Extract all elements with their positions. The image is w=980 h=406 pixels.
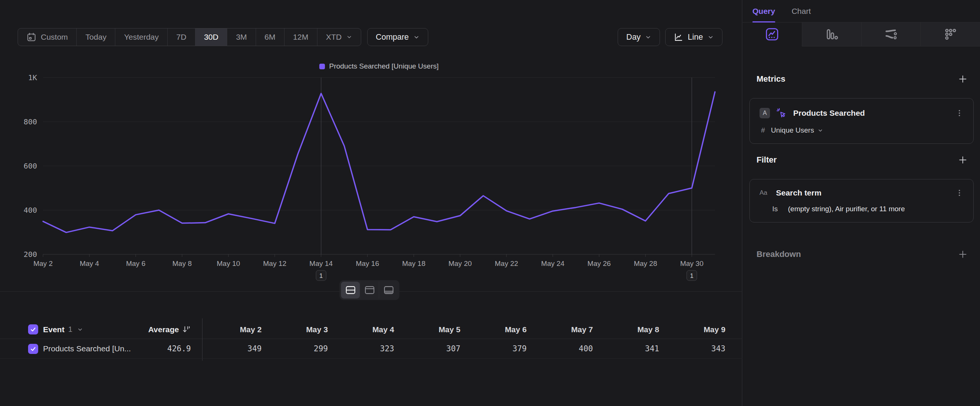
flows-report-tab[interactable] <box>861 22 921 46</box>
chart-controls: Day Line <box>618 28 722 46</box>
date-range-xtd[interactable]: XTD <box>317 29 361 46</box>
filter-card[interactable]: Aa Search term Is (empty string), Air pu… <box>749 179 974 223</box>
flows-icon <box>884 27 898 41</box>
line-chart-icon <box>674 33 683 42</box>
layout-toggle-group <box>339 280 399 300</box>
breakdown-heading: Breakdown <box>757 250 801 259</box>
chart-only-toggle[interactable] <box>360 282 379 299</box>
metrics-heading: Metrics <box>757 74 785 84</box>
line-chart[interactable]: 1K80060040020011May 2May 4May 6May 8May … <box>0 49 742 287</box>
date-range-7d[interactable]: 7D <box>167 29 195 46</box>
retention-report-tab[interactable] <box>921 22 980 46</box>
check-icon <box>30 346 36 352</box>
date-value-cell: 349 <box>212 344 278 353</box>
kebab-menu-icon <box>955 189 964 197</box>
filter-property-name[interactable]: Search term <box>776 188 821 197</box>
series-line[interactable] <box>43 92 715 232</box>
date-column-header[interactable]: May 8 <box>610 325 676 334</box>
table-row[interactable]: Products Searched [Un... 426.9 349299323… <box>0 339 742 359</box>
date-column-header[interactable]: May 5 <box>411 325 477 334</box>
y-axis-label: 400 <box>24 205 37 215</box>
date-value-cells: 349299323307379400341343 <box>212 344 742 353</box>
metric-menu-button[interactable] <box>955 109 964 117</box>
x-axis-label: May 8 <box>173 260 192 267</box>
date-value-cell: 341 <box>610 344 676 353</box>
funnels-report-tab[interactable] <box>802 22 861 46</box>
date-value-cell: 299 <box>278 344 345 353</box>
y-axis-label: 1K <box>28 73 37 82</box>
filter-section: Filter Aa Search term Is (empty string),… <box>743 155 980 223</box>
date-column-header[interactable]: May 3 <box>278 325 345 334</box>
annotation-badge-label: 1 <box>690 272 693 279</box>
tab-chart[interactable]: Chart <box>792 0 811 22</box>
date-column-header[interactable]: May 6 <box>477 325 544 334</box>
x-axis-label: May 4 <box>80 260 99 267</box>
query-panel: Query Chart Metrics A Products Searche <box>743 0 980 406</box>
metric-card[interactable]: A Products Searched # Unique Users <box>749 98 974 144</box>
series-name: Products Searched [Un... <box>43 344 131 353</box>
string-type-icon: Aa <box>759 189 770 197</box>
filter-menu-button[interactable] <box>955 189 964 197</box>
table-only-toggle[interactable] <box>379 282 398 299</box>
filter-value[interactable]: (empty string), Air purifier, or 11 more <box>788 205 905 213</box>
filter-heading: Filter <box>757 155 777 165</box>
compare-label: Compare <box>376 33 409 42</box>
compare-button[interactable]: Compare <box>367 28 428 46</box>
date-column-header[interactable]: May 2 <box>212 325 278 334</box>
filter-operator[interactable]: Is <box>772 205 782 213</box>
x-axis-label: May 14 <box>310 260 333 267</box>
date-range-custom[interactable]: Custom <box>18 29 76 46</box>
x-axis-label: May 28 <box>634 260 657 267</box>
date-range-segmented-control: CustomTodayYesterday7D30D3M6M12MXTD <box>18 28 361 46</box>
split-view-toggle[interactable] <box>341 282 360 299</box>
date-range-6m[interactable]: 6M <box>256 29 284 46</box>
metrics-section: Metrics A Products Searched # Unique Use… <box>743 74 980 144</box>
measure-dropdown[interactable]: Unique Users <box>771 126 823 134</box>
date-range-3m[interactable]: 3M <box>227 29 255 46</box>
chart-type-dropdown[interactable]: Line <box>665 28 722 46</box>
add-metric-button[interactable] <box>958 74 968 84</box>
granularity-dropdown[interactable]: Day <box>618 28 660 46</box>
panel-tabs: Query Chart <box>743 0 980 22</box>
date-range-today[interactable]: Today <box>76 29 115 46</box>
y-axis-label: 800 <box>24 117 37 126</box>
date-column-header[interactable]: May 4 <box>345 325 411 334</box>
x-axis-label: May 26 <box>587 260 611 267</box>
toolbar: CustomTodayYesterday7D30D3M6M12MXTD Comp… <box>18 28 722 46</box>
date-column-header[interactable]: May 9 <box>676 325 742 334</box>
table-header-fixed: Event 1 Average <box>0 324 202 334</box>
insights-icon <box>765 27 779 41</box>
event-column-header: Event <box>43 325 64 334</box>
bar-chart-icon <box>825 27 838 41</box>
date-range-30d[interactable]: 30D <box>195 29 227 46</box>
select-all-checkbox[interactable] <box>28 324 38 334</box>
date-value-cell: 400 <box>544 344 610 353</box>
chart-type-label: Line <box>688 33 703 42</box>
x-axis-label: May 6 <box>126 260 146 267</box>
insights-report-tab[interactable] <box>743 22 802 46</box>
breakdown-table: Event 1 Average May 2May 3May 4May 5May … <box>0 320 742 359</box>
metric-name[interactable]: Products Searched <box>793 108 865 118</box>
x-axis-label: May 12 <box>263 260 286 267</box>
y-axis-label: 200 <box>24 250 37 259</box>
tab-query[interactable]: Query <box>752 0 775 22</box>
add-filter-button[interactable] <box>958 155 968 165</box>
main-area: CustomTodayYesterday7D30D3M6M12MXTD Comp… <box>0 0 742 406</box>
date-column-header[interactable]: May 7 <box>544 325 610 334</box>
x-axis-label: May 10 <box>217 260 240 267</box>
table-only-icon <box>384 285 394 295</box>
average-column-header[interactable]: Average <box>148 325 191 334</box>
event-count: 1 <box>68 325 72 334</box>
metric-letter-badge: A <box>759 108 770 118</box>
row-checkbox[interactable] <box>28 344 38 354</box>
date-range-yesterday[interactable]: Yesterday <box>115 29 167 46</box>
chevron-down-icon <box>708 34 714 40</box>
date-range-12m[interactable]: 12M <box>284 29 317 46</box>
add-breakdown-button[interactable] <box>958 250 968 259</box>
cursor-click-icon <box>776 107 787 119</box>
breakdown-section: Breakdown <box>743 250 980 259</box>
chevron-down-icon[interactable] <box>77 326 83 333</box>
x-axis-label: May 18 <box>402 260 425 267</box>
granularity-label: Day <box>626 33 641 42</box>
table-header-row: Event 1 Average May 2May 3May 4May 5May … <box>0 320 742 339</box>
